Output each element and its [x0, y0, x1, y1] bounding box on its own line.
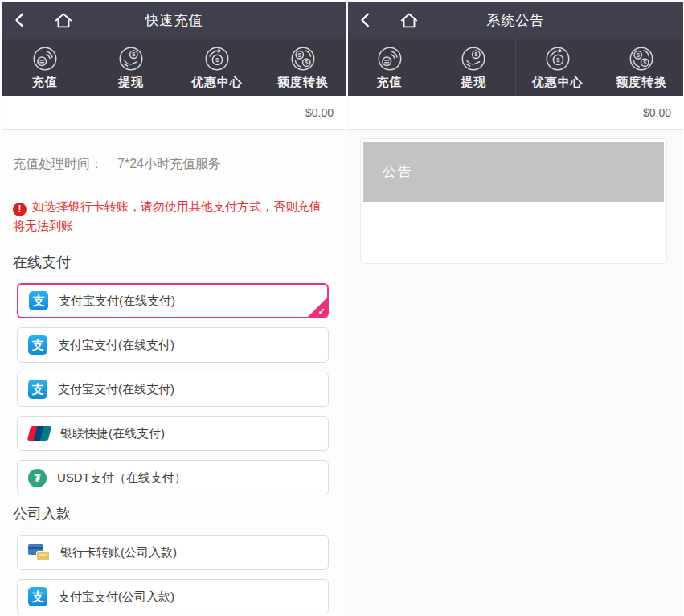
balance-amount: $0.00	[305, 106, 334, 119]
pay-option-label: 支付宝支付(公司入款)	[58, 589, 174, 605]
tab-quota-exchange[interactable]: $ $ 额度转换	[600, 39, 684, 96]
pay-option-unionpay[interactable]: 银联快捷(在线支付)	[17, 416, 329, 451]
pay-option-alipay-company[interactable]: 支 支付宝支付(公司入款)	[17, 579, 329, 614]
pay-option-alipay-2[interactable]: 支 支付宝支付(在线支付)	[17, 327, 329, 363]
header: 快速充值	[2, 2, 346, 39]
pay-option-usdt[interactable]: ₮ USDT支付（在线支付）	[17, 460, 329, 495]
bank-cards-icon	[28, 544, 50, 561]
recharge-icon	[376, 45, 403, 72]
pay-option-label: 银联快捷(在线支付)	[60, 426, 165, 441]
warning-icon: !	[13, 203, 27, 216]
tab-promo-center[interactable]: $ 优惠中心	[516, 39, 600, 96]
usdt-icon: ₮	[28, 469, 47, 487]
balance-amount: $0.00	[643, 106, 671, 119]
pay-option-label: 支付宝支付(在线支付)	[58, 382, 174, 397]
quick-nav: 充值 $ 提现 $ 优惠中心	[348, 39, 683, 96]
svg-text:$: $	[298, 51, 302, 58]
tab-label: 额度转换	[616, 75, 667, 90]
pay-option-label: 支付宝支付(在线支付)	[58, 338, 174, 353]
recharge-content: 充值处理时间： 7*24小时充值服务 !如选择银行卡转账，请勿使用其他支付方式，…	[2, 130, 346, 614]
svg-text:$: $	[215, 56, 219, 64]
svg-text:$: $	[556, 56, 560, 64]
pay-option-label: 支付宝支付(在线支付)	[59, 294, 175, 309]
tab-label: 优惠中心	[191, 75, 243, 90]
tab-recharge[interactable]: 充值	[348, 39, 432, 96]
svg-text:$: $	[474, 51, 478, 58]
pay-option-bank-transfer[interactable]: 银行卡转账(公司入款)	[17, 535, 329, 570]
back-icon[interactable]	[2, 11, 39, 29]
tab-label: 提现	[118, 75, 144, 90]
tab-label: 额度转换	[277, 75, 329, 90]
back-icon[interactable]	[348, 11, 385, 29]
processing-time-label: 充值处理时间：	[13, 156, 103, 173]
alipay-icon: 支	[28, 335, 47, 355]
svg-text:$: $	[637, 51, 641, 58]
promo-center-icon: $	[203, 45, 231, 72]
svg-text:$: $	[132, 51, 136, 58]
balance-row: $0.00	[348, 96, 683, 130]
svg-text:$: $	[643, 59, 647, 66]
bank-transfer-warning: !如选择银行卡转账，请勿使用其他支付方式，否则充值将无法到账	[13, 197, 333, 235]
tab-withdraw[interactable]: $ 提现	[88, 39, 174, 96]
alipay-icon: 支	[28, 380, 47, 399]
company-deposit-options: 银行卡转账(公司入款) 支 支付宝支付(公司入款)	[13, 535, 333, 614]
tab-recharge[interactable]: 充值	[2, 39, 88, 96]
notice-item[interactable]: 公告	[360, 138, 667, 264]
recharge-icon	[31, 45, 59, 72]
promo-center-icon: $	[544, 45, 571, 72]
balance-row: $0.00	[2, 96, 346, 130]
home-icon[interactable]	[391, 10, 427, 30]
tab-promo-center[interactable]: $ 优惠中心	[174, 39, 260, 96]
notice-banner: 公告	[363, 142, 664, 202]
online-pay-options: 支 支付宝支付(在线支付) ✓ 支 支付宝支付(在线支付) 支 支付宝支付(在线…	[13, 283, 333, 495]
warning-text: 如选择银行卡转账，请勿使用其他支付方式，否则充值将无法到账	[13, 199, 322, 232]
tab-label: 充值	[377, 75, 403, 90]
section-title-company-deposit: 公司入款	[13, 504, 333, 525]
notice-body	[363, 202, 664, 261]
recharge-page: 快速充值 充值 $ 提现	[0, 0, 346, 616]
tab-label: 优惠中心	[532, 75, 584, 90]
header: 系统公告	[348, 2, 683, 39]
processing-time-value: 7*24小时充值服务	[117, 156, 221, 173]
processing-time: 充值处理时间： 7*24小时充值服务	[13, 156, 333, 173]
home-icon[interactable]	[46, 10, 81, 30]
alipay-icon: 支	[28, 587, 47, 606]
pay-option-label: 银行卡转账(公司入款)	[60, 545, 177, 561]
quick-nav: 充值 $ 提现 $ 优惠中心	[2, 39, 346, 96]
tab-label: 充值	[32, 75, 58, 90]
withdraw-icon: $	[460, 45, 487, 72]
pay-option-label: USDT支付（在线支付）	[57, 470, 186, 486]
tab-withdraw[interactable]: $ 提现	[432, 39, 517, 96]
pay-option-alipay-3[interactable]: 支 支付宝支付(在线支付)	[17, 372, 329, 407]
svg-text:$: $	[305, 59, 309, 66]
alipay-icon: 支	[29, 291, 48, 310]
tab-label: 提现	[461, 75, 486, 90]
tab-quota-exchange[interactable]: $ $ 额度转换	[260, 39, 346, 96]
quota-exchange-icon: $ $	[289, 45, 317, 72]
withdraw-icon: $	[117, 45, 145, 72]
notice-title: 公告	[383, 162, 413, 181]
announcement-page: 系统公告 充值 $ 提现	[346, 0, 683, 616]
check-icon: ✓	[318, 307, 326, 316]
announcement-content: 公告	[348, 130, 683, 264]
quota-exchange-icon: $ $	[628, 45, 655, 72]
section-title-online-pay: 在线支付	[13, 253, 333, 273]
pay-option-alipay-1[interactable]: 支 支付宝支付(在线支付) ✓	[17, 283, 329, 318]
unionpay-icon	[28, 426, 50, 441]
